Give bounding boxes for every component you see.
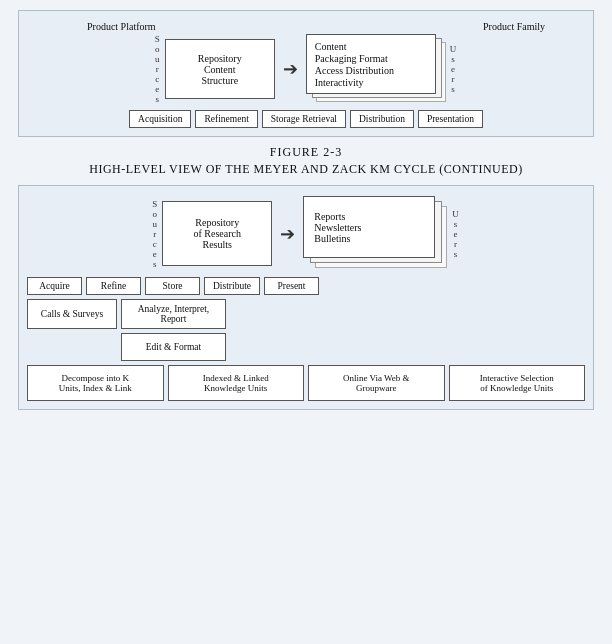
diag2-main-row: Sources Repository of Research Results ➔… <box>27 196 585 271</box>
family-line2: Packaging Format <box>315 53 388 64</box>
figure-subtitle: High-level view of the Meyer and Zack KM… <box>18 162 594 177</box>
family-line4: Interactivity <box>315 77 364 88</box>
diag2-tabs-row: Acquire Refine Store Distribute Present <box>27 277 585 295</box>
diag2-row3: Edit & Format <box>27 333 585 361</box>
tab2-refine: Refine <box>86 277 141 295</box>
interactive-text: Interactive Selection of Knowledge Units <box>480 373 554 393</box>
platform-line3: Structure <box>201 75 238 86</box>
platform-line1: Repository <box>198 53 242 64</box>
decompose-box: Decompose into K Units, Index & Link <box>27 365 164 401</box>
indexed-text: Indexed & Linked Knowledge Units <box>203 373 269 393</box>
calls-surveys-box: Calls & Surveys <box>27 299 117 329</box>
platform-line2: Content <box>204 64 236 75</box>
main-boxes-row: Sources Repository Content Structure ➔ C… <box>27 34 585 104</box>
tab2-store: Store <box>145 277 200 295</box>
tab-storage: Storage Retrieval <box>262 110 346 128</box>
indexed-box: Indexed & Linked Knowledge Units <box>168 365 305 401</box>
repo-box: Repository of Research Results <box>162 201 272 266</box>
platform-box: Repository Content Structure <box>165 39 275 99</box>
repo-line3: Results <box>203 239 232 250</box>
online-box: Online Via Web & Groupware <box>308 365 445 401</box>
arrow1: ➔ <box>283 58 298 80</box>
decompose-text: Decompose into K Units, Index & Link <box>59 373 132 393</box>
family-box-stack: Content Packaging Format Access Distribu… <box>306 34 446 104</box>
reports-box: Reports Newsletters Bulletins <box>303 196 435 258</box>
interactive-box: Interactive Selection of Knowledge Units <box>449 365 586 401</box>
repo-line1: Repository <box>195 217 239 228</box>
family-line1: Content <box>315 41 347 52</box>
diag2-arrow: ➔ <box>280 223 295 245</box>
tab2-present: Present <box>264 277 319 295</box>
tab2-distribute: Distribute <box>204 277 260 295</box>
tab-distribution: Distribution <box>350 110 414 128</box>
users-label: Users <box>450 44 458 94</box>
tabs-row: Acquisition Refinement Storage Retrieval… <box>27 110 585 128</box>
edit-format-box: Edit & Format <box>121 333 226 361</box>
family-label: Product Family <box>483 21 545 32</box>
reports-line1: Reports <box>314 211 345 222</box>
reports-line2: Newsletters <box>314 222 361 233</box>
diag2-row2: Calls & Surveys Analyze, Interpret, Repo… <box>27 299 585 329</box>
tab2-acquire: Acquire <box>27 277 82 295</box>
reports-line3: Bulletins <box>314 233 350 244</box>
page: Product Platform Product Family Sources … <box>0 0 612 420</box>
sources-label: Sources <box>155 34 161 104</box>
diag2-sources-label: Sources <box>152 199 158 269</box>
analyze-text: Analyze, Interpret, Report <box>138 304 209 324</box>
analyze-box: Analyze, Interpret, Report <box>121 299 226 329</box>
tab-acquisition: Acquisition <box>129 110 191 128</box>
repo-line2: of Research <box>194 228 241 239</box>
platform-label: Product Platform <box>87 21 156 32</box>
tab-presentation: Presentation <box>418 110 483 128</box>
family-line3: Access Distribution <box>315 65 394 76</box>
diag2-users-label: Users <box>452 209 460 259</box>
diagram2: Sources Repository of Research Results ➔… <box>18 185 594 410</box>
online-text: Online Via Web & Groupware <box>343 373 410 393</box>
reports-box-stack: Reports Newsletters Bulletins <box>303 196 448 271</box>
tab-refinement: Refinement <box>195 110 257 128</box>
family-box: Content Packaging Format Access Distribu… <box>306 34 436 94</box>
diag2-bottom-row: Decompose into K Units, Index & Link Ind… <box>27 365 585 401</box>
figure-number: Figure 2-3 <box>18 145 594 160</box>
diagram1: Product Platform Product Family Sources … <box>18 10 594 137</box>
spacer <box>27 333 117 361</box>
